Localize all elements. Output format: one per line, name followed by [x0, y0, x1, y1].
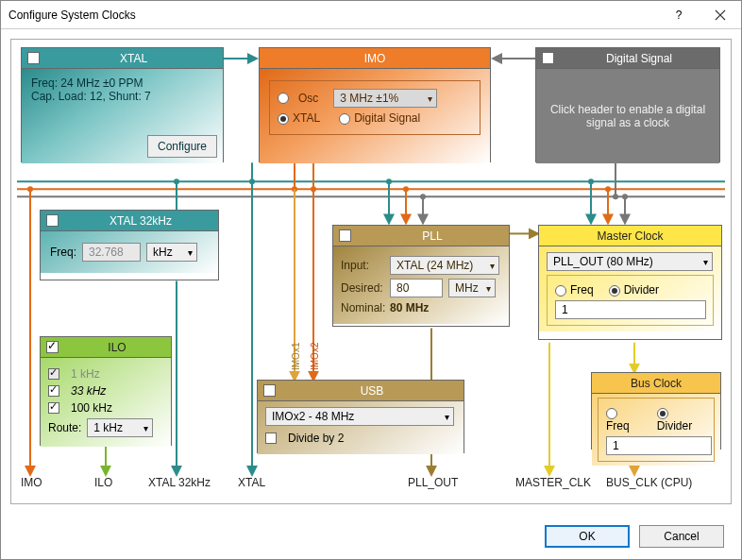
xtal32-title: XTAL 32kHz [63, 214, 218, 228]
dialog-footer: OK Cancel [1, 514, 741, 559]
ilo-enable-checkbox[interactable] [42, 338, 61, 357]
xtal32-panel: XTAL 32kHz Freq: 32.768 kHz▾ [40, 210, 219, 280]
digital-signal-header[interactable]: Digital Signal [536, 48, 719, 69]
out-xtal-label: XTAL [238, 476, 265, 489]
ilo-route-select[interactable]: 1 kHz▾ [87, 418, 153, 437]
svg-point-12 [613, 194, 618, 199]
xtal32-freq-input: 32.768 [82, 243, 141, 262]
xtal-freq-text: Freq: 24 MHz ±0 PPM [31, 76, 213, 90]
svg-point-20 [588, 178, 594, 184]
xtal-cap-text: Cap. Load: 12, Shunt: 7 [31, 90, 213, 103]
master-clock-value-input[interactable]: 1 [555, 300, 706, 319]
pll-enable-checkbox[interactable] [335, 227, 354, 246]
ilo-title: ILO [63, 341, 171, 354]
usb-panel: USB IMOx2 - 48 MHz▾ Divide by 2 [257, 380, 464, 453]
usb-div2-checkbox[interactable]: Divide by 2 [265, 432, 456, 445]
out-xtal32-label: XTAL 32kHz [148, 476, 211, 489]
master-clock-freq-radio[interactable]: Freq [555, 283, 594, 297]
imo-panel: IMO Osc 3 MHz ±1%▾ XTAL Digi [259, 47, 491, 162]
imo-dsig-radio[interactable]: Digital Signal [339, 111, 420, 125]
ok-button[interactable]: OK [545, 525, 630, 548]
imo-xtal-radio[interactable]: XTAL [278, 111, 320, 125]
imo-osc-select[interactable]: 3 MHz ±1%▾ [333, 89, 437, 108]
pll-panel: PLL Input: XTAL (24 MHz)▾ Desired: 80 MH… [332, 225, 510, 327]
titlebar: Configure System Clocks ? [1, 1, 741, 29]
out-bus-label: BUS_CLK (CPU) [606, 476, 692, 489]
imo-osc-row[interactable]: Osc 3 MHz ±1%▾ [278, 89, 472, 108]
usb-source-select[interactable]: IMOx2 - 48 MHz▾ [265, 407, 454, 426]
svg-point-6 [292, 186, 297, 192]
svg-point-24 [622, 194, 628, 199]
xtal-title: XTAL [44, 52, 223, 65]
pll-title: PLL [356, 229, 509, 243]
xtal32-enable-checkbox[interactable] [42, 212, 61, 230]
svg-point-29 [27, 186, 33, 192]
master-clock-title: Master Clock [539, 229, 721, 243]
svg-point-16 [403, 186, 409, 192]
digital-signal-panel: Digital Signal Click header to enable a … [535, 47, 720, 162]
xtal-configure-button[interactable]: Configure [147, 135, 217, 158]
bus-clock-title: Bus Clock [592, 377, 720, 390]
close-icon [715, 9, 726, 21]
dialog-window: Configure System Clocks ? [0, 0, 742, 560]
out-pll-label: PLL_OUT [408, 476, 458, 489]
usb-title: USB [280, 384, 464, 398]
canvas-wrap: XTAL Freq: 24 MHz ±0 PPM Cap. Load: 12, … [1, 29, 741, 514]
digital-signal-title: Digital Signal [559, 52, 719, 65]
bus-clock-divider-radio[interactable]: Divider [657, 406, 706, 433]
xtal32-unit-select[interactable]: kHz▾ [146, 243, 197, 262]
imo-osc-label: Osc [298, 92, 318, 105]
xtal-enable-checkbox[interactable] [24, 49, 42, 68]
master-clock-source-select[interactable]: PLL_OUT (80 MHz)▾ [547, 252, 713, 271]
ilo-route-label: Route: [48, 421, 81, 434]
digital-signal-hint: Click header to enable a digital signal … [549, 103, 706, 129]
bus-clock-freq-radio[interactable]: Freq [606, 406, 644, 433]
bus-clock-panel: Bus Clock Freq Divider 1 [591, 372, 721, 450]
imo-title: IMO [260, 52, 490, 65]
bus-clock-value-input[interactable]: 1 [606, 436, 712, 455]
window-title: Configure System Clocks [8, 8, 658, 22]
help-button[interactable]: ? [658, 1, 700, 29]
imox2-label: IMOx2 [310, 343, 320, 370]
pll-desired-label: Desired: [341, 281, 384, 295]
svg-point-14 [386, 178, 392, 184]
svg-point-32 [174, 178, 179, 184]
pll-desired-input[interactable]: 80 [390, 279, 443, 297]
out-ilo-label: ILO [94, 476, 112, 489]
out-master-label: MASTER_CLK [515, 476, 591, 489]
ilo-panel: ILO 1 kHz 33 kHz 100 kHz Route: 1 kHz▾ [40, 336, 172, 446]
out-imo-label: IMO [21, 476, 42, 489]
master-clock-divider-radio[interactable]: Divider [609, 283, 659, 297]
svg-point-8 [311, 186, 316, 192]
clock-diagram: XTAL Freq: 24 MHz ±0 PPM Cap. Load: 12, … [10, 39, 732, 504]
pll-desired-unit-select[interactable]: MHz▾ [448, 279, 496, 297]
master-clock-panel: Master Clock PLL_OUT (80 MHz)▾ Freq Divi… [538, 225, 722, 340]
pll-nominal-value: 80 MHz [390, 301, 429, 314]
pll-input-label: Input: [341, 259, 384, 272]
xtal32-freq-label: Freq: [50, 246, 76, 259]
ilo-opt-1khz: 1 kHz [48, 367, 163, 381]
svg-point-18 [420, 194, 426, 199]
ilo-opt-33khz[interactable]: 33 kHz [48, 384, 163, 398]
pll-input-select[interactable]: XTAL (24 MHz)▾ [390, 256, 499, 275]
close-button[interactable] [700, 1, 741, 29]
xtal-panel: XTAL Freq: 24 MHz ±0 PPM Cap. Load: 12, … [21, 47, 224, 162]
pll-nominal-label: Nominal: [341, 301, 384, 314]
ilo-opt-100khz[interactable]: 100 kHz [48, 401, 163, 415]
cancel-button[interactable]: Cancel [639, 525, 724, 548]
svg-point-22 [605, 186, 611, 192]
usb-enable-checkbox[interactable] [260, 382, 278, 400]
svg-point-10 [249, 178, 255, 184]
imox1-label: IMOx1 [291, 343, 301, 370]
